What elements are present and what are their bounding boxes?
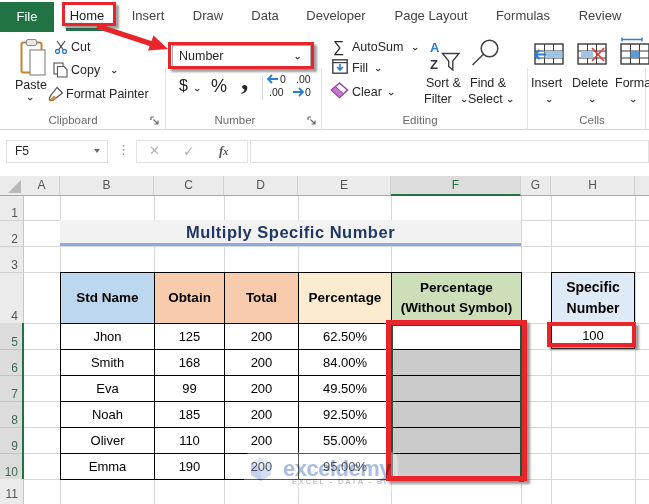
- svg-text:0: 0: [305, 86, 311, 98]
- svg-text:.00: .00: [269, 86, 284, 98]
- svg-text:0: 0: [280, 73, 286, 85]
- svg-text:A: A: [430, 40, 440, 55]
- svg-text:Z: Z: [430, 57, 438, 71]
- svg-text:.00: .00: [296, 73, 311, 85]
